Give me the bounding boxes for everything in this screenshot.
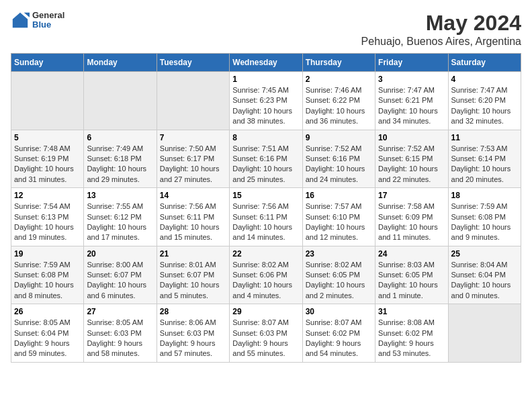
day-info: Sunrise: 7:46 AM Sunset: 6:22 PM Dayligh… [306,85,372,127]
day-info: Sunrise: 7:51 AM Sunset: 6:16 PM Dayligh… [232,144,299,185]
day-info: Sunrise: 7:52 AM Sunset: 6:16 PM Dayligh… [306,144,372,185]
day-number: 28 [160,307,226,316]
day-info: Sunrise: 8:05 AM Sunset: 6:03 PM Dayligh… [87,318,153,359]
calendar-cell: 21Sunrise: 8:01 AM Sunset: 6:07 PM Dayli… [157,246,229,304]
day-info: Sunrise: 7:53 AM Sunset: 6:14 PM Dayligh… [451,144,518,185]
week-row-2: 12Sunrise: 7:54 AM Sunset: 6:13 PM Dayli… [11,188,521,246]
day-number: 20 [87,249,153,259]
calendar-cell [11,72,84,130]
day-info: Sunrise: 7:50 AM Sunset: 6:17 PM Dayligh… [160,144,226,185]
calendar-cell: 17Sunrise: 7:58 AM Sunset: 6:09 PM Dayli… [375,188,448,246]
calendar-cell [157,72,229,130]
calendar-cell: 6Sunrise: 7:49 AM Sunset: 6:18 PM Daylig… [84,130,157,188]
day-info: Sunrise: 7:56 AM Sunset: 6:11 PM Dayligh… [160,201,226,243]
week-row-3: 19Sunrise: 7:59 AM Sunset: 6:08 PM Dayli… [11,246,521,304]
day-number: 23 [306,249,372,259]
day-info: Sunrise: 7:54 AM Sunset: 6:13 PM Dayligh… [14,201,81,243]
calendar-table: SundayMondayTuesdayWednesdayThursdayFrid… [11,53,521,363]
day-number: 18 [451,191,518,200]
day-info: Sunrise: 7:55 AM Sunset: 6:12 PM Dayligh… [87,201,153,243]
day-number: 31 [378,307,445,316]
day-info: Sunrise: 7:56 AM Sunset: 6:11 PM Dayligh… [232,201,299,243]
calendar-cell: 9Sunrise: 7:52 AM Sunset: 6:16 PM Daylig… [302,130,375,188]
day-info: Sunrise: 8:06 AM Sunset: 6:03 PM Dayligh… [160,318,226,359]
day-info: Sunrise: 8:01 AM Sunset: 6:07 PM Dayligh… [160,260,226,302]
day-number: 16 [306,191,372,200]
calendar-cell: 5Sunrise: 7:48 AM Sunset: 6:19 PM Daylig… [11,130,84,188]
day-number: 14 [160,191,226,200]
calendar-cell: 12Sunrise: 7:54 AM Sunset: 6:13 PM Dayli… [11,188,84,246]
day-number: 12 [14,191,81,200]
day-number: 17 [378,191,445,200]
week-row-1: 5Sunrise: 7:48 AM Sunset: 6:19 PM Daylig… [11,130,521,188]
header-cell-tuesday: Tuesday [157,54,229,72]
day-number: 8 [232,133,299,142]
calendar-cell: 1Sunrise: 7:45 AM Sunset: 6:23 PM Daylig… [230,72,302,130]
day-info: Sunrise: 8:02 AM Sunset: 6:05 PM Dayligh… [306,260,372,302]
calendar-cell: 14Sunrise: 7:56 AM Sunset: 6:11 PM Dayli… [157,188,229,246]
day-number: 6 [87,133,153,142]
calendar-cell: 24Sunrise: 8:03 AM Sunset: 6:05 PM Dayli… [375,246,448,304]
day-info: Sunrise: 8:08 AM Sunset: 6:02 PM Dayligh… [378,318,445,359]
day-number: 30 [306,307,372,316]
calendar-cell: 23Sunrise: 8:02 AM Sunset: 6:05 PM Dayli… [302,246,375,304]
day-number: 7 [160,133,226,142]
day-number: 24 [378,249,445,259]
day-number: 10 [378,133,445,142]
calendar-cell: 13Sunrise: 7:55 AM Sunset: 6:12 PM Dayli… [84,188,157,246]
calendar-cell: 8Sunrise: 7:51 AM Sunset: 6:16 PM Daylig… [230,130,302,188]
page-header: General Blue May 2024 Pehuajo, Buenos Ai… [11,11,521,48]
calendar-cell [84,72,157,130]
calendar-cell: 22Sunrise: 8:02 AM Sunset: 6:06 PM Dayli… [230,246,302,304]
header-row: SundayMondayTuesdayWednesdayThursdayFrid… [11,54,521,72]
svg-marker-0 [13,13,28,28]
calendar-cell: 28Sunrise: 8:06 AM Sunset: 6:03 PM Dayli… [157,304,229,363]
day-number: 13 [87,191,153,200]
logo-icon [11,11,30,30]
logo-general: General [32,11,64,20]
day-info: Sunrise: 7:52 AM Sunset: 6:15 PM Dayligh… [378,144,445,185]
header-cell-thursday: Thursday [302,54,375,72]
day-number: 15 [232,191,299,200]
header-cell-monday: Monday [84,54,157,72]
day-number: 19 [14,249,81,259]
day-info: Sunrise: 7:47 AM Sunset: 6:20 PM Dayligh… [451,85,518,127]
calendar-cell: 4Sunrise: 7:47 AM Sunset: 6:20 PM Daylig… [448,72,521,130]
calendar-header: SundayMondayTuesdayWednesdayThursdayFrid… [11,54,521,72]
calendar-cell: 15Sunrise: 7:56 AM Sunset: 6:11 PM Dayli… [230,188,302,246]
day-number: 29 [232,307,299,316]
logo-blue: Blue [32,20,64,30]
day-info: Sunrise: 8:07 AM Sunset: 6:02 PM Dayligh… [306,318,372,359]
calendar-cell: 7Sunrise: 7:50 AM Sunset: 6:17 PM Daylig… [157,130,229,188]
day-info: Sunrise: 7:49 AM Sunset: 6:18 PM Dayligh… [87,144,153,185]
svg-marker-1 [24,13,30,17]
day-number: 21 [160,249,226,259]
day-number: 3 [378,75,445,84]
header-cell-sunday: Sunday [11,54,84,72]
calendar-cell: 29Sunrise: 8:07 AM Sunset: 6:03 PM Dayli… [230,304,302,363]
day-info: Sunrise: 7:59 AM Sunset: 6:08 PM Dayligh… [14,260,81,302]
calendar-cell: 30Sunrise: 8:07 AM Sunset: 6:02 PM Dayli… [302,304,375,363]
logo-text: General Blue [32,11,64,30]
week-row-4: 26Sunrise: 8:05 AM Sunset: 6:04 PM Dayli… [11,304,521,363]
day-info: Sunrise: 7:59 AM Sunset: 6:08 PM Dayligh… [451,201,518,243]
calendar-cell: 19Sunrise: 7:59 AM Sunset: 6:08 PM Dayli… [11,246,84,304]
header-cell-friday: Friday [375,54,448,72]
day-number: 9 [306,133,372,142]
day-number: 5 [14,133,81,142]
calendar-cell [448,304,521,363]
day-info: Sunrise: 7:48 AM Sunset: 6:19 PM Dayligh… [14,144,81,185]
title-block: May 2024 Pehuajo, Buenos Aires, Argentin… [361,11,521,48]
calendar-cell: 10Sunrise: 7:52 AM Sunset: 6:15 PM Dayli… [375,130,448,188]
calendar-cell: 20Sunrise: 8:00 AM Sunset: 6:07 PM Dayli… [84,246,157,304]
calendar-cell: 25Sunrise: 8:04 AM Sunset: 6:04 PM Dayli… [448,246,521,304]
calendar-cell: 27Sunrise: 8:05 AM Sunset: 6:03 PM Dayli… [84,304,157,363]
header-cell-wednesday: Wednesday [230,54,302,72]
calendar-cell: 2Sunrise: 7:46 AM Sunset: 6:22 PM Daylig… [302,72,375,130]
day-info: Sunrise: 7:58 AM Sunset: 6:09 PM Dayligh… [378,201,445,243]
day-number: 4 [451,75,518,84]
calendar-cell: 3Sunrise: 7:47 AM Sunset: 6:21 PM Daylig… [375,72,448,130]
day-number: 27 [87,307,153,316]
day-info: Sunrise: 7:45 AM Sunset: 6:23 PM Dayligh… [232,85,299,127]
calendar-body: 1Sunrise: 7:45 AM Sunset: 6:23 PM Daylig… [11,72,521,363]
